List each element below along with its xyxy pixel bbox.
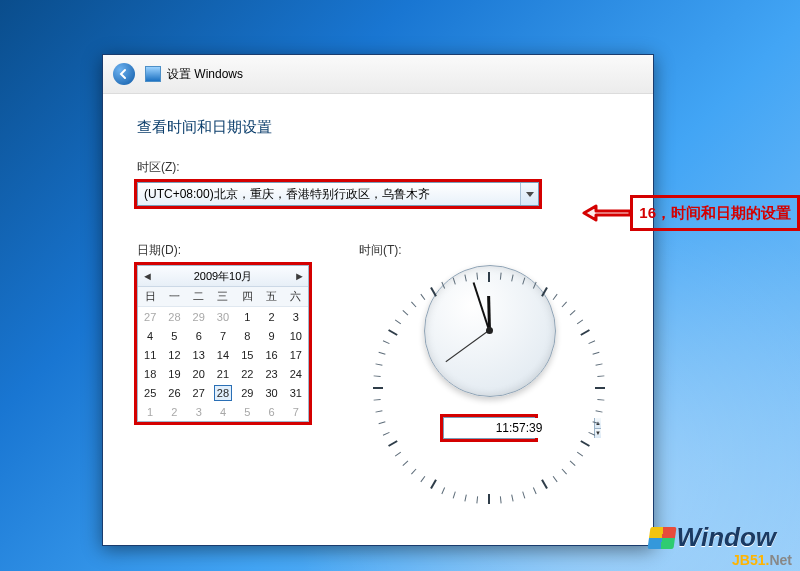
calendar-day[interactable]: 28 xyxy=(162,307,186,327)
calendar-day[interactable]: 21 xyxy=(211,364,235,383)
annotation-text: 16，时间和日期的设置 xyxy=(630,195,800,231)
calendar-day[interactable]: 19 xyxy=(162,364,186,383)
calendar-day[interactable]: 14 xyxy=(211,345,235,364)
calendar-day[interactable]: 5 xyxy=(235,402,259,421)
calendar-day[interactable]: 6 xyxy=(187,326,211,345)
windows-setup-icon xyxy=(145,66,161,82)
calendar-day[interactable]: 17 xyxy=(284,345,308,364)
calendar-day[interactable]: 16 xyxy=(259,345,283,364)
calendar-day[interactable]: 6 xyxy=(259,402,283,421)
calendar-day[interactable]: 5 xyxy=(162,326,186,345)
calendar-day[interactable]: 20 xyxy=(187,364,211,383)
time-input-wrapper: ▲ ▼ xyxy=(443,417,535,439)
calendar-day[interactable]: 15 xyxy=(235,345,259,364)
calendar-day[interactable]: 3 xyxy=(284,307,308,327)
timezone-dropdown[interactable]: (UTC+08:00)北京，重庆，香港特别行政区，乌鲁木齐 xyxy=(137,182,539,206)
calendar-day[interactable]: 10 xyxy=(284,326,308,345)
calendar-day[interactable]: 27 xyxy=(138,307,162,327)
calendar-day[interactable]: 2 xyxy=(259,307,283,327)
calendar-day[interactable]: 11 xyxy=(138,345,162,364)
time-input[interactable] xyxy=(444,418,594,438)
calendar-day[interactable]: 7 xyxy=(284,402,308,421)
time-spin-down[interactable]: ▼ xyxy=(595,428,601,439)
calendar-dow: 四 xyxy=(235,287,259,307)
arrow-left-icon xyxy=(118,68,130,80)
annotation-callout: 16，时间和日期的设置 xyxy=(582,196,800,230)
calendar-day[interactable]: 1 xyxy=(138,402,162,421)
setup-dialog: 设置 Windows 查看时间和日期设置 时区(Z): (UTC+08:00)北… xyxy=(102,54,654,546)
dialog-title: 设置 Windows xyxy=(167,66,243,83)
calendar-month-title: 2009年10月 xyxy=(194,269,253,284)
calendar-next-month[interactable]: ► xyxy=(294,270,304,282)
calendar-day[interactable]: 29 xyxy=(187,307,211,327)
calendar-dow: 日 xyxy=(138,287,162,307)
calendar-day[interactable]: 31 xyxy=(284,383,308,402)
calendar-day[interactable]: 29 xyxy=(235,383,259,402)
calendar-dow: 五 xyxy=(259,287,283,307)
timezone-selected-text: (UTC+08:00)北京，重庆，香港特别行政区，乌鲁木齐 xyxy=(138,186,520,203)
timezone-label: 时区(Z): xyxy=(137,159,619,176)
calendar-day[interactable]: 4 xyxy=(211,402,235,421)
calendar-day[interactable]: 28 xyxy=(211,383,235,402)
calendar-day[interactable]: 3 xyxy=(187,402,211,421)
calendar-day[interactable]: 8 xyxy=(235,326,259,345)
calendar-day[interactable]: 25 xyxy=(138,383,162,402)
chevron-down-icon xyxy=(520,183,538,205)
back-button[interactable] xyxy=(113,63,135,85)
calendar-day[interactable]: 30 xyxy=(259,383,283,402)
dialog-header: 设置 Windows xyxy=(103,55,653,94)
calendar-day[interactable]: 26 xyxy=(162,383,186,402)
calendar-day[interactable]: 12 xyxy=(162,345,186,364)
date-label: 日期(D): xyxy=(137,242,327,259)
calendar-day[interactable]: 2 xyxy=(162,402,186,421)
watermark: JB51.Net xyxy=(732,552,792,568)
calendar: ◄ 2009年10月 ► 日一二三四五六 2728293012345678910… xyxy=(137,265,309,422)
windows-flag-icon xyxy=(647,527,676,549)
calendar-dow: 六 xyxy=(284,287,308,307)
calendar-day[interactable]: 9 xyxy=(259,326,283,345)
calendar-day[interactable]: 24 xyxy=(284,364,308,383)
calendar-day[interactable]: 27 xyxy=(187,383,211,402)
calendar-dow: 一 xyxy=(162,287,186,307)
calendar-dow: 二 xyxy=(187,287,211,307)
windows-brand: Window xyxy=(649,522,776,553)
analog-clock xyxy=(424,265,554,395)
calendar-day[interactable]: 22 xyxy=(235,364,259,383)
time-label: 时间(T): xyxy=(359,242,619,259)
calendar-day[interactable]: 30 xyxy=(211,307,235,327)
calendar-day[interactable]: 4 xyxy=(138,326,162,345)
calendar-day[interactable]: 23 xyxy=(259,364,283,383)
calendar-grid: 日一二三四五六 27282930123456789101112131415161… xyxy=(138,287,308,421)
calendar-day[interactable]: 13 xyxy=(187,345,211,364)
calendar-prev-month[interactable]: ◄ xyxy=(142,270,152,282)
page-title: 查看时间和日期设置 xyxy=(137,118,619,137)
calendar-day[interactable]: 1 xyxy=(235,307,259,327)
calendar-day[interactable]: 18 xyxy=(138,364,162,383)
arrow-left-icon xyxy=(582,204,630,222)
calendar-day[interactable]: 7 xyxy=(211,326,235,345)
calendar-dow: 三 xyxy=(211,287,235,307)
